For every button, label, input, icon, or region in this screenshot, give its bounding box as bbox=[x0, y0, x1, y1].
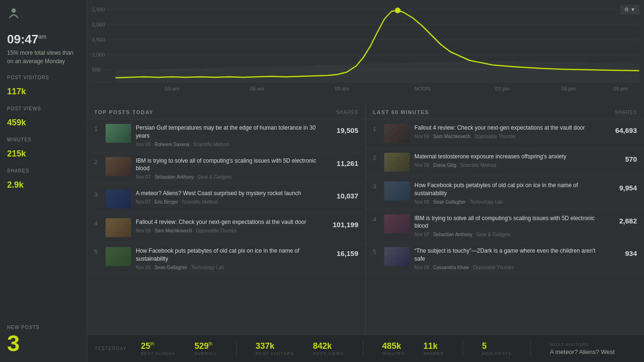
bottom-post-visitors-stat: 337k POST VISITORS bbox=[256, 342, 294, 356]
post-info: A meteor? Aliens? West Coast surprised b… bbox=[136, 189, 325, 205]
chart-settings-button[interactable]: ⚙ ▼ bbox=[620, 5, 639, 15]
post-views-label: POST VIEWS bbox=[7, 106, 80, 111]
post-title: Persian Gulf temperatures may be at the … bbox=[136, 124, 325, 140]
post-info: How Facebook puts petabytes of old cat p… bbox=[136, 247, 325, 270]
post-shares: 19,505 bbox=[330, 124, 358, 134]
post-thumbnail bbox=[106, 218, 131, 237]
svg-text:06 pm: 06 pm bbox=[561, 86, 576, 91]
top-posts-shares-label: SHARES bbox=[336, 110, 358, 115]
list-item[interactable]: 3 A meteor? Aliens? West Coast surprised… bbox=[87, 185, 365, 214]
list-item[interactable]: 5 “The subject is touchy”—2Dark is a gam… bbox=[366, 242, 644, 275]
svg-text:500: 500 bbox=[92, 67, 100, 73]
post-date: Nov 09 bbox=[414, 163, 429, 168]
list-item[interactable]: 1 Fallout 4 review: Check your next-gen … bbox=[366, 119, 644, 148]
post-thumbnail bbox=[106, 157, 131, 176]
post-shares: 2,682 bbox=[609, 214, 637, 225]
post-visitors-value: 117k bbox=[7, 82, 80, 97]
post-category: Scientific Method bbox=[182, 199, 218, 205]
current-time: 09:47am bbox=[7, 32, 80, 47]
post-meta: Nov 09 Sean Gallagher Technology Lab bbox=[136, 265, 325, 270]
post-info: Fallout 4 review: Check your next-gen ex… bbox=[414, 124, 604, 139]
post-author: Sebastian Anthony bbox=[155, 174, 194, 180]
minutes-value: 215k bbox=[7, 144, 80, 159]
list-item[interactable]: 2 IBM is trying to solve all of computin… bbox=[87, 152, 365, 185]
most-visitors-value: A meteor? Aliens? West bbox=[550, 348, 615, 355]
svg-text:03 pm: 03 pm bbox=[495, 86, 510, 91]
svg-point-0 bbox=[11, 8, 16, 13]
post-title: Fallout 4 review: Check your next-gen ex… bbox=[136, 218, 325, 226]
post-date: Nov 09 bbox=[414, 134, 429, 139]
post-title: How Facebook puts petabytes of old cat p… bbox=[136, 247, 325, 263]
post-category: Scientific Method bbox=[460, 163, 496, 168]
overall-stat: 529th OVERALL bbox=[195, 342, 218, 356]
new-posts-label: NEW POSTS bbox=[7, 325, 80, 330]
post-shares: 10,037 bbox=[330, 189, 358, 200]
list-item[interactable]: 2 Maternal testosterone exposure increas… bbox=[366, 148, 644, 177]
bottom-bar: YESTERDAY 25th BEST SUNDAY 529th OVERALL… bbox=[87, 335, 644, 362]
list-item[interactable]: 4 IBM is trying to solve all of computin… bbox=[366, 210, 644, 243]
post-thumbnail bbox=[384, 181, 410, 200]
divider-4 bbox=[530, 340, 531, 357]
svg-text:NOON: NOON bbox=[414, 86, 430, 91]
post-thumbnail bbox=[384, 247, 410, 266]
post-category: Gear & Gadgets bbox=[476, 232, 510, 237]
shares-label: SHARES bbox=[7, 168, 80, 173]
post-number: 5 bbox=[94, 247, 101, 255]
post-shares: 101,199 bbox=[330, 218, 358, 229]
post-thumbnail bbox=[106, 247, 131, 266]
last-60-shares-label: SHARES bbox=[615, 110, 637, 115]
post-title: Maternal testosterone exposure increases… bbox=[414, 153, 604, 161]
post-category: Gear & Gadgets bbox=[198, 174, 231, 180]
post-thumbnail bbox=[384, 124, 410, 143]
list-item[interactable]: 3 How Facebook puts petabytes of old cat… bbox=[366, 177, 644, 210]
top-posts-header: TOP POSTS TODAY SHARES bbox=[87, 104, 365, 119]
svg-text:06 am: 06 am bbox=[250, 86, 264, 91]
post-title: IBM is trying to solve all of computing'… bbox=[414, 214, 604, 230]
best-sunday-value: 25th bbox=[141, 342, 154, 350]
shares-stat: SHARES 2.9k bbox=[7, 168, 80, 190]
bottom-post-visitors-value: 337k bbox=[256, 342, 274, 350]
site-logo-icon bbox=[7, 7, 20, 20]
post-author: Diana Gitig bbox=[433, 163, 456, 168]
sidebar: 09:47am 15% more total views than on an … bbox=[0, 0, 87, 362]
main-content: ⚙ ▼ 2,500 2,000 1,500 1,000 500 bbox=[87, 0, 644, 362]
compare-text: 15% more total views than on an average … bbox=[7, 49, 80, 66]
list-item[interactable]: 5 How Facebook puts petabytes of old cat… bbox=[87, 242, 365, 275]
logo-area bbox=[7, 7, 80, 20]
post-date: Nov 08 bbox=[136, 142, 151, 147]
bottom-shares-stat: 11k SHARES bbox=[423, 342, 444, 356]
svg-text:03 am: 03 am bbox=[165, 86, 180, 91]
post-category: Scientific Method bbox=[193, 142, 229, 147]
top-posts-panel: TOP POSTS TODAY SHARES 1 Persian Gulf te… bbox=[87, 104, 366, 335]
shares-value: 2.9k bbox=[7, 175, 80, 190]
post-date: Nov 09 bbox=[414, 199, 429, 205]
svg-point-12 bbox=[395, 8, 401, 13]
bottom-post-views-value: 842k bbox=[313, 342, 332, 350]
post-meta: Nov 09 Sam Machkovech Opposable Thumbs bbox=[136, 228, 325, 233]
post-number: 2 bbox=[94, 157, 101, 165]
svg-text:09 am: 09 am bbox=[335, 86, 349, 91]
new-posts-section: NEW POSTS 3 bbox=[7, 325, 80, 355]
list-item[interactable]: 1 Persian Gulf temperatures may be at th… bbox=[87, 119, 365, 152]
post-category: Technology Lab bbox=[470, 199, 503, 205]
bottom-minutes-stat: 485k MINUTES bbox=[382, 342, 405, 356]
divider-3 bbox=[462, 340, 463, 357]
post-number: 4 bbox=[373, 214, 380, 223]
post-info: IBM is trying to solve all of computing'… bbox=[414, 214, 604, 238]
bottom-new-posts-stat: 5 NEW POSTS bbox=[482, 342, 512, 356]
list-item[interactable]: 4 Fallout 4 review: Check your next-gen … bbox=[87, 214, 365, 242]
post-author: Sebastian Anthony bbox=[433, 232, 472, 237]
post-number: 2 bbox=[373, 153, 380, 161]
post-date: Nov 09 bbox=[136, 228, 151, 233]
post-number: 1 bbox=[94, 124, 101, 132]
bottom-shares-value: 11k bbox=[423, 342, 438, 350]
chart-area: 2,500 2,000 1,500 1,000 500 03 am 06 am … bbox=[92, 5, 639, 92]
post-date: Nov 07 bbox=[414, 232, 429, 237]
time-block: 09:47am 15% more total views than on an … bbox=[7, 32, 80, 66]
bottom-new-posts-label: NEW POSTS bbox=[482, 351, 512, 356]
last-60-panel: LAST 60 MINUTES SHARES 1 Fallout 4 revie… bbox=[366, 104, 644, 335]
svg-text:09 pm: 09 pm bbox=[613, 86, 628, 91]
post-category: Opposable Thumbs bbox=[474, 134, 515, 139]
post-meta: Nov 09 Diana Gitig Scientific Method bbox=[414, 163, 604, 168]
divider-2 bbox=[363, 340, 363, 357]
